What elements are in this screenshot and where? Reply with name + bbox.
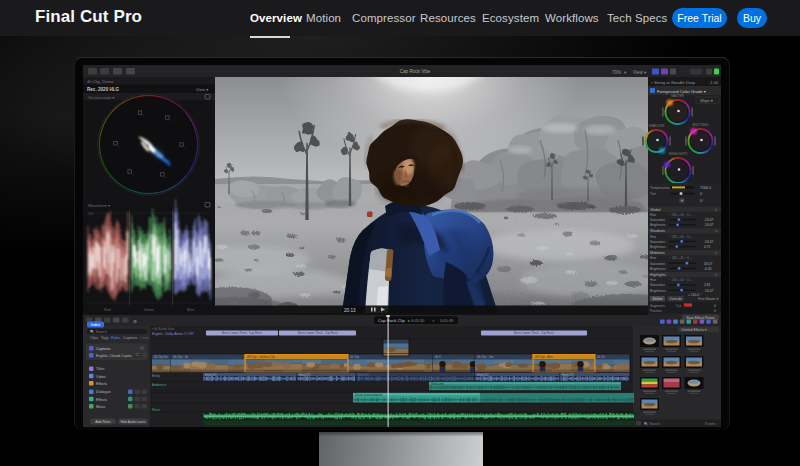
svg-text:•: • xyxy=(143,115,144,118)
svg-text:HIGHLIGHTS: HIGHLIGHTS xyxy=(669,152,687,156)
svg-text:Rec. 2020 HLG: Rec. 2020 HLG xyxy=(87,87,120,92)
svg-text:Clips: Clips xyxy=(90,336,98,340)
svg-text:Dialogue: Dialogue xyxy=(96,390,111,394)
svg-text:Brightness: Brightness xyxy=(650,267,666,271)
svg-text:70%: 70% xyxy=(612,70,621,75)
svg-text:Tint: Tint xyxy=(650,192,656,196)
svg-text:Desert wind ambience: Desert wind ambience xyxy=(355,393,383,397)
svg-text:Captions: Captions xyxy=(123,336,138,340)
svg-text:Cap Rock Vibe: Cap Rock Vibe xyxy=(400,69,431,74)
svg-text:Brightness: Brightness xyxy=(650,289,666,293)
svg-text:Emily VO: Emily VO xyxy=(299,373,311,377)
svg-text:View ▾: View ▾ xyxy=(196,87,209,92)
svg-text:♪ String or Needle Drop: ♪ String or Needle Drop xyxy=(651,80,695,85)
svg-text:Tags: Tags xyxy=(101,336,109,340)
svg-text:English, Closed Captio: English, Closed Captio xyxy=(96,354,131,358)
svg-text:Red: Red xyxy=(104,308,111,312)
svg-text:CC: CC xyxy=(135,353,139,357)
svg-text:Hue: Hue xyxy=(650,256,656,260)
svg-text:MIDTONES: MIDTONES xyxy=(693,123,709,127)
svg-text:Position: Position xyxy=(650,309,662,313)
svg-text:Add Roles: Add Roles xyxy=(95,420,111,424)
svg-text:View: View xyxy=(633,70,644,75)
svg-text:Saturation: Saturation xyxy=(650,240,665,244)
svg-text:Captions: Captions xyxy=(96,347,111,351)
svg-text:4K Clip - Joshua Clip: 4K Clip - Joshua Clip xyxy=(247,355,275,359)
svg-text:Segments: Segments xyxy=(650,304,665,308)
svg-text:Shadows: Shadows xyxy=(650,229,665,233)
svg-text:Wipe ▾: Wipe ▾ xyxy=(700,98,714,103)
svg-text:🔍 Search: 🔍 Search xyxy=(644,421,660,426)
svg-text:Saturation: Saturation xyxy=(650,283,665,287)
svg-text:− 130 + 45 − 0 +: − 130 + 45 − 0 + xyxy=(669,235,692,239)
svg-text:8 items: 8 items xyxy=(705,422,716,426)
svg-text:0: 0 xyxy=(714,309,716,313)
svg-text:-16.67: -16.67 xyxy=(704,240,714,244)
svg-text:-16.67: -16.67 xyxy=(704,223,714,227)
svg-text:Vectorscope ▾: Vectorscope ▾ xyxy=(88,95,115,100)
svg-text:Ambience: Ambience xyxy=(152,383,166,387)
svg-text:Emily VO: Emily VO xyxy=(205,373,217,377)
svg-text:Emily VO: Emily VO xyxy=(562,373,574,377)
svg-text:4k C: 4k C xyxy=(435,355,442,359)
svg-text:100: 100 xyxy=(88,212,94,216)
svg-text:− 130 + 45 − 0 +: − 130 + 45 − 0 + xyxy=(669,278,692,282)
svg-text:↻: ↻ xyxy=(715,251,718,255)
svg-text:•: • xyxy=(119,146,120,149)
svg-text:Midtones: Midtones xyxy=(650,251,665,255)
svg-text:Emily VO: Emily VO xyxy=(358,373,370,377)
svg-text:• 4k Scrub View: • 4k Scrub View xyxy=(152,327,175,331)
svg-text:0.75: 0.75 xyxy=(704,245,711,249)
svg-text:4k Clip: 4k Clip xyxy=(350,355,360,359)
svg-text:Basic Lower Third - Cap Rock: Basic Lower Third - Cap Rock xyxy=(298,331,338,335)
svg-text:4K Clip - Afro: 4K Clip - Afro xyxy=(535,355,553,359)
svg-text:Blue: Blue xyxy=(187,308,194,312)
svg-text:Highlights: Highlights xyxy=(650,273,666,277)
svg-text:7166.0: 7166.0 xyxy=(700,186,711,190)
svg-text:Hue: Hue xyxy=(650,278,656,282)
svg-text:Save Effects Preset: Save Effects Preset xyxy=(687,316,715,320)
svg-text:4k Clip - 4k: 4k Clip - 4k xyxy=(173,355,189,359)
svg-text:🔍 Search: 🔍 Search xyxy=(90,329,107,334)
svg-text:Saturation: Saturation xyxy=(650,218,665,222)
svg-text:Basic Lower Third - Cap Rock: Basic Lower Third - Cap Rock xyxy=(514,331,554,335)
svg-text:Green: Green xyxy=(144,308,154,312)
svg-text:Global: Global xyxy=(650,208,661,212)
svg-text:Index: Index xyxy=(91,323,100,327)
svg-text:↻: ↻ xyxy=(715,273,718,277)
svg-text:-16.67: -16.67 xyxy=(704,218,714,222)
svg-text:Hue: Hue xyxy=(650,235,656,239)
svg-text:Hue: Hue xyxy=(650,213,656,217)
svg-text:4k Cli: 4k Cli xyxy=(597,355,605,359)
svg-text:0:05:49: 0:05:49 xyxy=(440,318,454,323)
svg-text:4k Clip - Jos: 4k Clip - Jos xyxy=(477,355,494,359)
svg-text:Cut: Cut xyxy=(676,304,681,308)
svg-text:Waveform ▾: Waveform ▾ xyxy=(88,203,111,208)
svg-text:-0.35: -0.35 xyxy=(704,267,712,271)
svg-text:4k Clip De: 4k Clip De xyxy=(154,355,168,359)
svg-text:Brightness: Brightness xyxy=(650,223,666,227)
svg-text:Titles: Titles xyxy=(96,367,105,371)
svg-text:-16.67: -16.67 xyxy=(704,289,714,293)
svg-text:Foreground Color Grade ▾: Foreground Color Grade ▾ xyxy=(657,89,707,94)
svg-text:↻: ↻ xyxy=(715,208,718,212)
svg-text:Brightness: Brightness xyxy=(650,245,666,249)
svg-text:Free Master ▾: Free Master ▾ xyxy=(698,297,719,301)
svg-text:•: • xyxy=(185,147,186,150)
svg-text:Roles: Roles xyxy=(111,336,121,340)
svg-text:Effects: Effects xyxy=(96,398,107,402)
svg-text:↻: ↻ xyxy=(715,229,718,233)
svg-text:Video: Video xyxy=(96,375,105,379)
svg-text:▸ 0:05:30: ▸ 0:05:30 xyxy=(408,318,425,323)
svg-text:-1:06: -1:06 xyxy=(709,80,719,85)
svg-text:•: • xyxy=(133,174,134,177)
svg-text:0: 0 xyxy=(700,192,702,196)
svg-text:Override: Override xyxy=(669,297,682,301)
svg-text:MASTER: MASTER xyxy=(671,94,684,98)
svg-text:− 130 + 45 − 0 +: − 130 + 45 − 0 + xyxy=(669,213,692,217)
svg-text:•: • xyxy=(170,120,171,123)
svg-text:English - Dolby Atmos 7.1 HT: English - Dolby Atmos 7.1 HT xyxy=(152,332,194,336)
svg-text:2.81: 2.81 xyxy=(704,283,711,287)
svg-text:Cap Rock Clip: Cap Rock Clip xyxy=(378,318,405,323)
svg-text:Delete: Delete xyxy=(653,297,663,301)
